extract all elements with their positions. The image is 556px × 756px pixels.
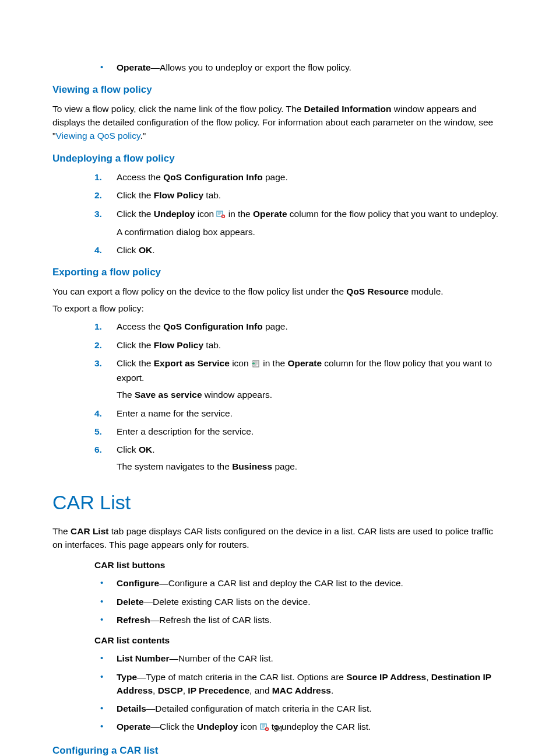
text: The	[52, 526, 71, 536]
step: 4. Enter a name for the service.	[94, 407, 504, 420]
text: Access the	[117, 172, 163, 182]
text-bold: Operate	[287, 358, 322, 368]
page: Operate—Allows you to undeploy or export…	[0, 0, 556, 756]
term: Operate	[117, 62, 151, 72]
carlist-contents-label: CAR list contents	[94, 634, 504, 647]
carlist-buttons: Configure—Configure a CAR list and deplo…	[94, 576, 504, 626]
list-item: Configure—Configure a CAR list and deplo…	[94, 576, 504, 590]
text-bold: CAR list buttons	[94, 560, 165, 570]
step-sub: The system navigates to the Business pag…	[117, 460, 504, 473]
desc: —Refresh the list of CAR lists.	[150, 615, 272, 625]
text: Enter a name for the service.	[117, 408, 233, 418]
text: page.	[263, 172, 288, 182]
text: Click	[117, 444, 139, 454]
text: Click the	[117, 358, 154, 368]
step-number: 1.	[94, 320, 102, 333]
text: .	[152, 444, 154, 454]
text-bold: Source IP Address	[346, 672, 426, 682]
text: The system navigates to the	[117, 461, 232, 471]
step-number: 3.	[94, 207, 102, 220]
step: 3. Click the Undeploy icon in the Operat…	[94, 207, 504, 239]
carlist-buttons-label: CAR list buttons	[94, 558, 504, 572]
term: Delete	[117, 597, 144, 607]
text-bold: Save as service	[135, 390, 202, 400]
list-item: Delete—Delete existing CAR lists on the …	[94, 595, 504, 608]
desc: —Detailed configuration of match criteri…	[146, 704, 372, 713]
text: icon	[230, 358, 251, 368]
step: 6. Click OK. The system navigates to the…	[94, 443, 504, 474]
step-number: 6.	[94, 443, 102, 456]
text-bold: Flow Policy	[154, 190, 203, 200]
term: Type	[117, 672, 137, 682]
term: List Number	[117, 653, 169, 663]
step-number: 2.	[94, 338, 102, 352]
text-bold: QoS Configuration Info	[163, 321, 262, 331]
list-item: Refresh—Refresh the list of CAR lists.	[94, 613, 504, 626]
step-sub: A confirmation dialog box appears.	[117, 225, 504, 239]
step-number: 2.	[94, 188, 102, 202]
text: ,	[153, 685, 158, 695]
text-bold: CAR List	[71, 526, 108, 536]
desc: —Allows you to undeploy or export the fl…	[151, 62, 351, 72]
text-bold: Undeploy	[154, 209, 195, 219]
text-bold: Business	[232, 461, 272, 471]
text-bold: Detailed Information	[304, 104, 392, 114]
text: tab.	[203, 340, 221, 350]
text: Access the	[117, 321, 163, 331]
heading-exporting: Exporting a flow policy	[52, 265, 504, 280]
text: , and	[249, 685, 272, 695]
step: 1. Access the QoS Configuration Info pag…	[94, 170, 504, 184]
text-bold: OK	[139, 444, 152, 454]
text-bold: QoS Configuration Info	[163, 172, 262, 182]
desc: —Delete existing CAR lists on the device…	[144, 597, 311, 607]
text: module.	[409, 286, 443, 296]
text: Enter a description for the service.	[117, 426, 254, 436]
text: The	[117, 390, 135, 400]
text-bold: Operate	[253, 209, 287, 219]
step: 1. Access the QoS Configuration Info pag…	[94, 320, 504, 333]
text: Click	[117, 245, 139, 255]
text: .	[152, 245, 154, 255]
desc: —Configure a CAR list and deploy the CAR…	[159, 578, 403, 588]
text: ,	[426, 672, 431, 682]
link-viewing-qos-policy[interactable]: Viewing a QoS policy	[56, 131, 140, 141]
page-number: 34	[0, 723, 556, 735]
text: Click the	[117, 190, 154, 200]
undeploy-icon	[216, 208, 226, 222]
text: tab page displays CAR lists configured o…	[52, 526, 493, 550]
text: in the	[261, 358, 288, 368]
step-number: 4.	[94, 243, 102, 257]
export-icon	[251, 358, 261, 371]
text-bold: CAR list contents	[94, 635, 170, 645]
text-bold: OK	[139, 245, 152, 255]
text: icon	[195, 209, 216, 219]
list-item: List Number—Number of the CAR list.	[94, 652, 504, 665]
step: 4. Click OK.	[94, 243, 504, 257]
step: 5. Enter a description for the service.	[94, 425, 504, 438]
viewing-paragraph: To view a flow policy, click the name li…	[52, 102, 504, 143]
text-bold: DSCP	[158, 685, 183, 695]
heading-undeploying: Undeploying a flow policy	[52, 151, 504, 166]
carlist-intro: The CAR List tab page displays CAR lists…	[52, 524, 504, 552]
term: Details	[117, 704, 146, 713]
text: —Type of match criteria in the CAR list.…	[137, 672, 346, 682]
text-bold: Export as Service	[154, 358, 230, 368]
heading-car-list: CAR List	[52, 488, 504, 517]
list-item: Operate—Allows you to undeploy or export…	[94, 61, 504, 74]
text: in the	[226, 209, 253, 219]
text-bold: MAC Address	[272, 685, 331, 695]
text: Click the	[117, 340, 154, 350]
step-number: 5.	[94, 425, 102, 438]
term: Configure	[117, 578, 159, 588]
step: 3. Click the Export as Service icon in t…	[94, 356, 504, 402]
list-item: Details—Detailed configuration of match …	[94, 702, 504, 715]
text: .	[331, 685, 333, 695]
step-number: 3.	[94, 356, 102, 370]
text: page.	[263, 321, 288, 331]
heading-viewing: Viewing a flow policy	[52, 82, 504, 97]
text: ."	[140, 131, 146, 141]
list-item: Type—Type of match criteria in the CAR l…	[94, 670, 504, 698]
heading-configuring: Configuring a CAR list	[52, 743, 504, 757]
text: window appears.	[202, 390, 273, 400]
step: 2. Click the Flow Policy tab.	[94, 188, 504, 202]
